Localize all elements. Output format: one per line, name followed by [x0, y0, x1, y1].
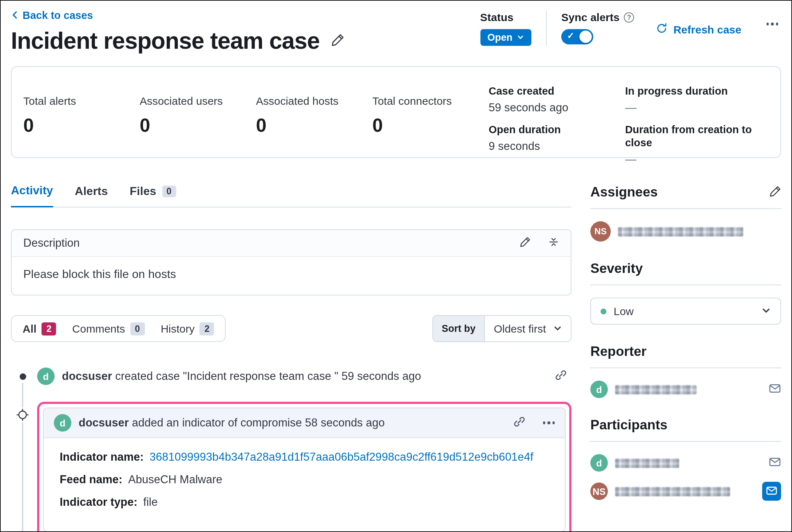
status-dropdown-button[interactable]: Open: [480, 29, 531, 46]
highlighted-event-outline: d docsuser added an indicator of comprom…: [37, 402, 571, 532]
page-header-left: Back to cases Incident response team cas…: [11, 8, 480, 55]
filter-all[interactable]: All 2: [15, 322, 64, 335]
open-duration-value: 9 seconds: [489, 140, 625, 153]
case-stats-panel: Total alerts 0 Associated users 0 Associ…: [11, 66, 781, 158]
activity-filter-row: All 2 Comments 0 History 2 Sort by: [11, 315, 571, 342]
reporter-section: Reporter d: [590, 344, 781, 398]
main-column: Activity Alerts Files 0 Description: [11, 184, 571, 532]
avatar: NS: [590, 483, 608, 500]
assignees-section: Assignees NS: [590, 184, 781, 242]
toggle-knob: [579, 31, 592, 43]
assignees-title: Assignees: [590, 184, 658, 200]
timeline-gutter: [11, 360, 37, 393]
redacted-name: [615, 385, 697, 394]
case-timing-left: Case created 59 seconds ago Open duratio…: [489, 84, 625, 143]
metric-label: Total alerts: [23, 95, 140, 107]
redacted-name: [618, 227, 743, 236]
edit-title-button[interactable]: [331, 33, 344, 49]
avatar: d: [590, 381, 608, 398]
status-value: Open: [487, 32, 512, 43]
sort-control[interactable]: Sort by Oldest first: [432, 315, 571, 342]
metric-label: Associated hosts: [256, 95, 372, 107]
avatar: NS: [590, 221, 611, 242]
sync-alerts-toggle[interactable]: ✓: [561, 29, 593, 44]
help-icon[interactable]: ?: [624, 12, 634, 22]
severity-section: Severity Low: [590, 261, 781, 325]
severity-select[interactable]: Low: [590, 298, 781, 325]
email-participant-button[interactable]: [769, 456, 781, 470]
filter-all-label: All: [23, 322, 36, 335]
filter-all-count-badge: 2: [41, 322, 56, 335]
collapse-icon: [548, 237, 559, 250]
filter-comments-count-badge: 0: [130, 322, 144, 335]
metric-associated-users: Associated users 0: [140, 84, 256, 143]
activity-filter-group: All 2 Comments 0 History 2: [11, 315, 226, 342]
copy-link-button[interactable]: [555, 369, 567, 384]
link-icon: [513, 416, 525, 430]
edit-description-button[interactable]: [520, 237, 531, 250]
case-actions-button[interactable]: [766, 23, 778, 25]
severity-dot-icon: [601, 308, 606, 314]
description-title: Description: [23, 237, 80, 250]
participants-title: Participants: [590, 417, 668, 433]
ellipsis-icon: [766, 23, 778, 25]
case-sidebar: Assignees NS Severity: [590, 184, 781, 532]
indicator-name-label: Indicator name:: [60, 450, 144, 464]
collapse-description-button[interactable]: [548, 237, 559, 250]
redacted-name: [615, 458, 679, 468]
sort-value-label: Oldest first: [494, 322, 546, 335]
creation-to-close-value: —: [625, 153, 769, 166]
tab-alerts[interactable]: Alerts: [75, 184, 108, 207]
tab-files[interactable]: Files 0: [130, 184, 176, 207]
tab-activity[interactable]: Activity: [11, 184, 53, 207]
indicator-marker-icon: [15, 408, 30, 422]
feed-name-label: Feed name:: [60, 473, 122, 486]
metric-label: Total connectors: [372, 95, 489, 107]
redacted-name: [615, 487, 730, 496]
page-header: Back to cases Incident response team cas…: [11, 8, 781, 55]
timeline-item-created: d docsuser created case "Incident respon…: [11, 360, 571, 393]
content-row: Activity Alerts Files 0 Description: [11, 184, 781, 532]
indicator-type-value: file: [143, 496, 158, 509]
email-reporter-button[interactable]: [769, 382, 781, 397]
indicator-name-row: Indicator name: 3681099993b4b347a28a91d1…: [60, 450, 549, 464]
case-tabs: Activity Alerts Files 0: [11, 184, 571, 207]
pencil-icon: [520, 237, 531, 250]
sort-by-label: Sort by: [433, 316, 485, 341]
indicator-name-link[interactable]: 3681099993b4b347a28a91d1f57aaa06b5af2998…: [150, 450, 534, 464]
indicator-event-panel: d docsuser added an indicator of comprom…: [43, 408, 566, 532]
in-progress-duration-value: —: [625, 101, 769, 114]
indicator-type-row: Indicator type: file: [60, 496, 549, 509]
chevron-down-icon: [553, 322, 562, 335]
copy-link-button[interactable]: [513, 416, 525, 430]
event-action: added an indicator of compromise 58 seco…: [132, 416, 385, 429]
link-icon: [555, 369, 567, 384]
edit-assignees-button[interactable]: [769, 185, 781, 199]
title-row: Incident response team case: [11, 28, 480, 55]
email-participant-button[interactable]: [762, 482, 781, 501]
chevron-down-icon: [761, 305, 771, 318]
event-actions-button[interactable]: [543, 422, 555, 424]
refresh-case-link[interactable]: Refresh case: [656, 23, 741, 36]
envelope-icon: [769, 456, 781, 470]
tab-alerts-label: Alerts: [75, 184, 108, 198]
filter-history[interactable]: History 2: [153, 322, 222, 335]
case-created-label: Case created: [489, 84, 625, 98]
event-text: docsuser added an indicator of compromis…: [79, 416, 385, 429]
filter-history-count-badge: 2: [200, 322, 214, 335]
back-to-cases-link[interactable]: Back to cases: [11, 9, 93, 21]
description-panel: Description Ple: [11, 229, 571, 295]
indicator-event-body: Indicator name: 3681099993b4b347a28a91d1…: [44, 438, 565, 531]
filter-history-label: History: [161, 322, 194, 335]
status-label: Status: [480, 11, 531, 23]
filter-comments[interactable]: Comments 0: [64, 322, 153, 335]
severity-title: Severity: [590, 261, 643, 277]
header-divider: [546, 11, 547, 46]
metric-value: 0: [23, 114, 140, 137]
open-duration-label: Open duration: [489, 123, 625, 136]
sync-alerts-label: Sync alerts: [561, 11, 619, 23]
indicator-event-header: d docsuser added an indicator of comprom…: [44, 408, 565, 438]
tab-activity-label: Activity: [11, 184, 53, 197]
tab-files-label: Files: [130, 184, 156, 198]
metric-value: 0: [256, 114, 372, 137]
